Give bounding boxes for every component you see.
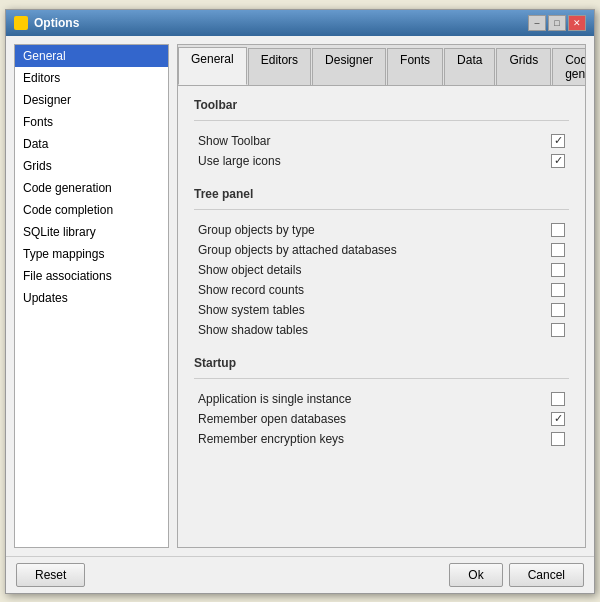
title-bar-controls: – □ ✕	[528, 15, 586, 31]
toolbar-divider	[194, 120, 569, 121]
sidebar: General Editors Designer Fonts Data Grid…	[14, 44, 169, 548]
remember-encryption-checkbox[interactable]	[551, 432, 565, 446]
remember-databases-checkbox[interactable]	[551, 412, 565, 426]
show-record-counts-label: Show record counts	[198, 283, 304, 297]
single-instance-checkbox[interactable]	[551, 392, 565, 406]
group-by-attached-checkbox[interactable]	[551, 243, 565, 257]
ok-button[interactable]: Ok	[449, 563, 502, 587]
maximize-button[interactable]: □	[548, 15, 566, 31]
option-show-record-counts: Show record counts	[194, 280, 569, 300]
section-toolbar: Toolbar Show Toolbar Use large icons	[194, 98, 569, 171]
show-system-tables-label: Show system tables	[198, 303, 305, 317]
title-bar-title: Options	[14, 16, 79, 30]
option-remember-encryption: Remember encryption keys	[194, 429, 569, 449]
tab-general[interactable]: General	[178, 47, 247, 85]
section-tree-title: Tree panel	[194, 187, 569, 201]
bottom-bar: Reset Ok Cancel	[6, 556, 594, 593]
reset-button[interactable]: Reset	[16, 563, 85, 587]
show-record-counts-checkbox[interactable]	[551, 283, 565, 297]
sidebar-item-fonts[interactable]: Fonts	[15, 111, 168, 133]
tab-grids[interactable]: Grids	[496, 48, 551, 85]
option-group-by-attached: Group objects by attached databases	[194, 240, 569, 260]
option-show-system-tables: Show system tables	[194, 300, 569, 320]
sidebar-item-sqlite-library[interactable]: SQLite library	[15, 221, 168, 243]
sidebar-item-grids[interactable]: Grids	[15, 155, 168, 177]
option-single-instance: Application is single instance	[194, 389, 569, 409]
show-system-tables-checkbox[interactable]	[551, 303, 565, 317]
section-startup: Startup Application is single instance R…	[194, 356, 569, 449]
remember-databases-label: Remember open databases	[198, 412, 346, 426]
tab-editors[interactable]: Editors	[248, 48, 311, 85]
group-by-type-label: Group objects by type	[198, 223, 315, 237]
option-show-shadow-tables: Show shadow tables	[194, 320, 569, 340]
large-icons-checkbox[interactable]	[551, 154, 565, 168]
single-instance-label: Application is single instance	[198, 392, 351, 406]
tab-bar: General Editors Designer Fonts Data Grid…	[178, 45, 585, 86]
sidebar-item-data[interactable]: Data	[15, 133, 168, 155]
sidebar-item-type-mappings[interactable]: Type mappings	[15, 243, 168, 265]
options-window: Options – □ ✕ General Editors Designer F…	[5, 9, 595, 594]
option-remember-databases: Remember open databases	[194, 409, 569, 429]
show-object-details-label: Show object details	[198, 263, 301, 277]
sidebar-item-editors[interactable]: Editors	[15, 67, 168, 89]
option-group-by-type: Group objects by type	[194, 220, 569, 240]
tab-data[interactable]: Data	[444, 48, 495, 85]
main-panel: General Editors Designer Fonts Data Grid…	[177, 44, 586, 548]
group-by-type-checkbox[interactable]	[551, 223, 565, 237]
bottom-right-buttons: Ok Cancel	[449, 563, 584, 587]
tree-divider	[194, 209, 569, 210]
sidebar-item-designer[interactable]: Designer	[15, 89, 168, 111]
group-by-attached-label: Group objects by attached databases	[198, 243, 397, 257]
minimize-button[interactable]: –	[528, 15, 546, 31]
show-object-details-checkbox[interactable]	[551, 263, 565, 277]
section-toolbar-title: Toolbar	[194, 98, 569, 112]
remember-encryption-label: Remember encryption keys	[198, 432, 344, 446]
sidebar-item-general[interactable]: General	[15, 45, 168, 67]
title-bar: Options – □ ✕	[6, 10, 594, 36]
close-button[interactable]: ✕	[568, 15, 586, 31]
option-large-icons: Use large icons	[194, 151, 569, 171]
sidebar-item-updates[interactable]: Updates	[15, 287, 168, 309]
show-toolbar-label: Show Toolbar	[198, 134, 271, 148]
tab-content-general: Toolbar Show Toolbar Use large icons Tre…	[178, 86, 585, 547]
show-shadow-tables-label: Show shadow tables	[198, 323, 308, 337]
section-tree-panel: Tree panel Group objects by type Group o…	[194, 187, 569, 340]
startup-divider	[194, 378, 569, 379]
tab-code-generation[interactable]: Code generatio	[552, 48, 585, 85]
window-title: Options	[34, 16, 79, 30]
cancel-button[interactable]: Cancel	[509, 563, 584, 587]
large-icons-label: Use large icons	[198, 154, 281, 168]
show-toolbar-checkbox[interactable]	[551, 134, 565, 148]
option-show-toolbar: Show Toolbar	[194, 131, 569, 151]
tab-designer[interactable]: Designer	[312, 48, 386, 85]
section-startup-title: Startup	[194, 356, 569, 370]
sidebar-item-code-generation[interactable]: Code generation	[15, 177, 168, 199]
window-icon	[14, 16, 28, 30]
tab-fonts[interactable]: Fonts	[387, 48, 443, 85]
sidebar-item-code-completion[interactable]: Code completion	[15, 199, 168, 221]
sidebar-item-file-associations[interactable]: File associations	[15, 265, 168, 287]
option-show-object-details: Show object details	[194, 260, 569, 280]
window-content: General Editors Designer Fonts Data Grid…	[6, 36, 594, 556]
show-shadow-tables-checkbox[interactable]	[551, 323, 565, 337]
